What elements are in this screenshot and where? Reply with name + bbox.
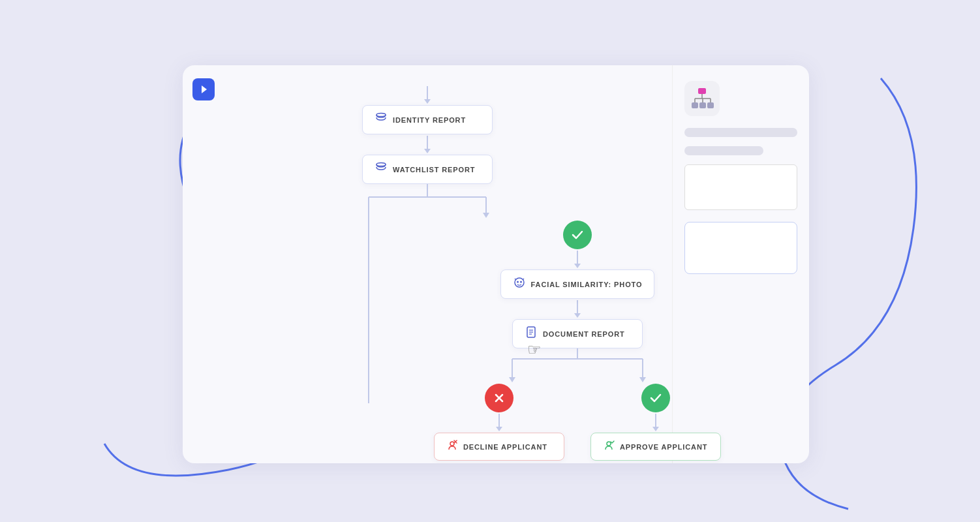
flowchart-area: IDENTITY REPORT WATCHLIST REPORT bbox=[183, 65, 672, 463]
document-report-node[interactable]: DOCUMENT REPORT bbox=[512, 319, 643, 348]
placeholder-box-1 bbox=[684, 164, 797, 210]
app-logo bbox=[684, 81, 720, 116]
facial-similarity-icon bbox=[513, 276, 526, 292]
decline-icon bbox=[446, 439, 458, 454]
facial-similarity-node[interactable]: FACIAL SIMILARITY: PHOTO bbox=[500, 269, 655, 299]
decline-branch: DECLINE APPLICANT bbox=[434, 384, 564, 461]
arrow-avatar-to-identity bbox=[424, 86, 431, 104]
watchlist-report-icon bbox=[375, 161, 388, 177]
svg-marker-16 bbox=[483, 213, 489, 218]
arrow-check-to-approve bbox=[652, 414, 659, 431]
svg-point-18 bbox=[517, 281, 519, 283]
bottom-fork-connector bbox=[480, 348, 675, 384]
placeholder-bar-2 bbox=[684, 146, 763, 155]
approve-applicant-node[interactable]: APPROVE APPLICANT bbox=[590, 433, 721, 461]
identity-report-icon bbox=[375, 112, 388, 128]
left-branch bbox=[316, 221, 369, 403]
approve-branch: APPROVE APPLICANT bbox=[590, 384, 721, 461]
document-report-icon bbox=[525, 326, 538, 342]
svg-point-11 bbox=[376, 163, 386, 166]
svg-marker-29 bbox=[639, 377, 646, 382]
svg-point-35 bbox=[607, 442, 611, 446]
approve-icon bbox=[603, 439, 615, 454]
x-circle bbox=[485, 384, 513, 412]
svg-rect-36 bbox=[698, 88, 706, 94]
svg-point-10 bbox=[376, 114, 386, 117]
svg-point-19 bbox=[520, 281, 522, 283]
decline-applicant-node[interactable]: DECLINE APPLICANT bbox=[434, 433, 564, 461]
check-circle-top bbox=[563, 221, 592, 249]
bottom-branches: DECLINE APPLICANT bbox=[434, 384, 721, 461]
fork-connector bbox=[316, 184, 538, 221]
svg-rect-39 bbox=[707, 102, 714, 108]
arrow-x-to-decline bbox=[496, 414, 502, 431]
document-report-label: DOCUMENT REPORT bbox=[543, 330, 625, 338]
decline-applicant-label: DECLINE APPLICANT bbox=[463, 443, 547, 451]
placeholder-bar-1 bbox=[684, 128, 797, 137]
expand-button[interactable] bbox=[192, 78, 215, 100]
approve-applicant-label: APPROVE APPLICANT bbox=[620, 443, 707, 451]
facial-similarity-label: FACIAL SIMILARITY: PHOTO bbox=[531, 281, 643, 288]
mid-section: FACIAL SIMILARITY: PHOTO bbox=[316, 221, 538, 461]
svg-rect-37 bbox=[692, 102, 698, 108]
right-branch: FACIAL SIMILARITY: PHOTO bbox=[434, 221, 721, 461]
arrow-check-to-facial bbox=[574, 251, 581, 268]
arrow-identity-to-watchlist bbox=[424, 136, 431, 153]
svg-point-32 bbox=[450, 442, 454, 446]
svg-point-17 bbox=[515, 278, 524, 287]
identity-report-node[interactable]: IDENTITY REPORT bbox=[362, 105, 493, 134]
svg-marker-27 bbox=[509, 377, 515, 382]
check-circle-bottom bbox=[641, 384, 670, 412]
arrow-facial-to-document bbox=[574, 300, 581, 318]
svg-rect-38 bbox=[699, 102, 706, 108]
watchlist-report-label: WATCHLIST REPORT bbox=[393, 166, 475, 174]
identity-report-label: IDENTITY REPORT bbox=[393, 116, 466, 124]
svg-marker-0 bbox=[202, 85, 207, 93]
watchlist-report-node[interactable]: WATCHLIST REPORT bbox=[362, 155, 493, 184]
main-card: IDENTITY REPORT WATCHLIST REPORT bbox=[183, 65, 809, 463]
